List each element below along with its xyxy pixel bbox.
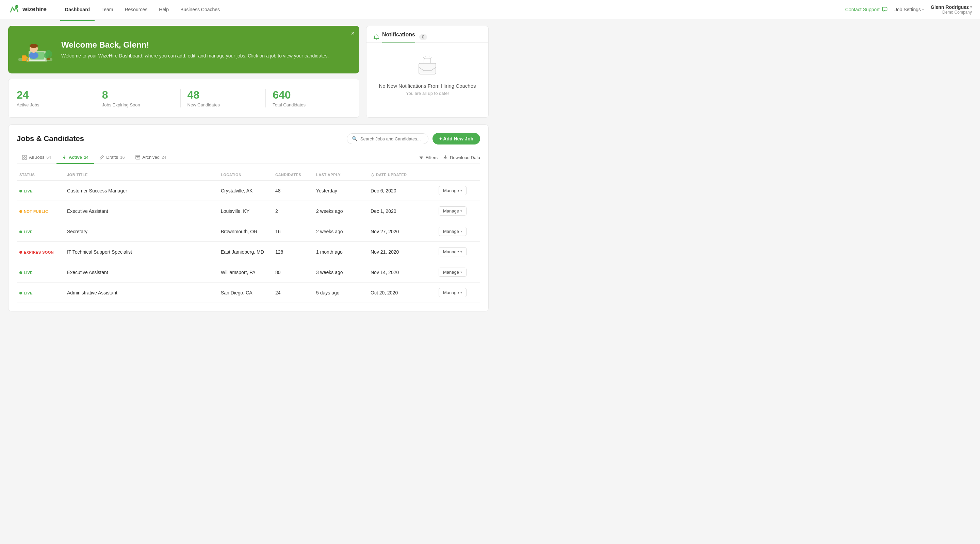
th-status: Status [17, 173, 64, 177]
cell-candidates: 2 [272, 208, 313, 214]
cell-location: Brownmouth, OR [218, 229, 272, 234]
cell-job-title: Executive Assistant [64, 270, 218, 275]
cell-manage: Manage ▾ [436, 288, 480, 297]
th-candidates: Candidates [272, 173, 313, 177]
tabs-left: All Jobs 64 Active 24 Drafts 16 Archived… [17, 151, 419, 163]
cell-candidates: 128 [272, 249, 313, 255]
download-button[interactable]: Download Data [443, 155, 480, 160]
cell-status: LIVE [17, 290, 64, 295]
status-dot [19, 230, 22, 233]
notifications-panel: Notifications 0 No New Not [366, 26, 488, 117]
cell-candidates: 48 [272, 188, 313, 193]
table-row[interactable]: LIVE Customer Success Manager Crystalvil… [17, 181, 480, 201]
top-row: × [8, 26, 488, 117]
notifications-empty-sub: You are all up to date! [406, 91, 449, 96]
svg-rect-24 [136, 155, 140, 157]
cell-last-apply: 3 weeks ago [313, 270, 368, 275]
manage-button[interactable]: Manage ▾ [439, 268, 466, 277]
nav-team[interactable]: Team [97, 4, 118, 15]
th-date-updated: Date Updated [368, 173, 436, 177]
cell-status: LIVE [17, 229, 64, 234]
filters-button[interactable]: Filters [419, 155, 438, 160]
notifications-header: Notifications 0 [366, 26, 488, 43]
add-job-button[interactable]: + Add New Job [433, 133, 480, 144]
nav-dashboard[interactable]: Dashboard [60, 4, 95, 15]
filter-icon [419, 155, 424, 160]
nav-resources[interactable]: Resources [120, 4, 152, 15]
svg-rect-0 [8, 3, 21, 16]
tabs-row: All Jobs 64 Active 24 Drafts 16 Archived… [17, 151, 480, 164]
contact-support-button[interactable]: Contact Support [845, 6, 888, 13]
svg-point-7 [29, 52, 38, 59]
lightning-icon [62, 155, 67, 160]
cell-job-title: Customer Success Manager [64, 188, 218, 193]
banner-illustration [15, 31, 56, 68]
th-actions [436, 173, 480, 177]
notifications-empty-title: No New Notifications From Hiring Coaches [379, 83, 476, 89]
svg-rect-22 [25, 158, 27, 159]
stats-card: 24 Active Jobs 8 Jobs Expiring Soon 48 N… [8, 79, 360, 117]
manage-button[interactable]: Manage ▾ [439, 227, 466, 236]
cell-location: East Jamieberg, MD [218, 249, 272, 255]
stat-total-candidates: 640 Total Candidates [266, 89, 351, 108]
stat-active-jobs: 24 Active Jobs [17, 89, 95, 108]
manage-chevron-icon: ▾ [460, 189, 462, 192]
table-row[interactable]: LIVE Secretary Brownmouth, OR 16 2 weeks… [17, 221, 480, 242]
search-icon: 🔍 [352, 136, 358, 141]
banner-close-button[interactable]: × [351, 30, 355, 37]
cell-date-updated: Nov 27, 2020 [368, 229, 436, 234]
cell-last-apply: 1 month ago [313, 249, 368, 255]
cell-last-apply: 2 weeks ago [313, 229, 368, 234]
status-dot [19, 251, 22, 254]
th-last-apply: Last Apply [313, 173, 368, 177]
manage-button[interactable]: Manage ▾ [439, 247, 466, 256]
cell-date-updated: Nov 21, 2020 [368, 249, 436, 255]
banner-body: Welcome to your WizeHire Dashboard, wher… [61, 52, 329, 60]
notifications-body: No New Notifications From Hiring Coaches… [366, 43, 488, 109]
manage-button[interactable]: Manage ▾ [439, 186, 466, 195]
status-dot [19, 190, 22, 192]
cell-date-updated: Dec 1, 2020 [368, 208, 436, 214]
cell-date-updated: Oct 20, 2020 [368, 290, 436, 295]
svg-rect-5 [27, 60, 47, 62]
tab-archived[interactable]: Archived 24 [130, 151, 172, 164]
cell-job-title: Administrative Assistant [64, 290, 218, 295]
logo[interactable]: wizehire [8, 3, 47, 16]
table-header: Status Job Title Location Candidates Las… [17, 169, 480, 181]
status-dot [19, 210, 22, 213]
download-icon [443, 155, 448, 160]
manage-chevron-icon: ▾ [460, 250, 462, 254]
cell-location: Louisville, KY [218, 208, 272, 214]
svg-line-18 [431, 57, 431, 58]
cell-job-title: Executive Assistant [64, 208, 218, 214]
cell-status: LIVE [17, 270, 64, 275]
manage-chevron-icon: ▾ [460, 209, 462, 213]
tab-active[interactable]: Active 24 [56, 151, 94, 164]
table-row[interactable]: LIVE Administrative Assistant San Diego,… [17, 282, 480, 303]
user-menu[interactable]: Glenn Rodriguez ▾ Demo Company [931, 5, 972, 14]
table-row[interactable]: NOT PUBLIC Executive Assistant Louisvill… [17, 201, 480, 221]
jobs-section: Jobs & Candidates 🔍 + Add New Job All Jo… [8, 124, 488, 311]
job-settings-button[interactable]: Job Settings ▾ [894, 7, 924, 12]
cell-last-apply: 5 days ago [313, 290, 368, 295]
empty-inbox-icon [417, 56, 438, 78]
tab-drafts[interactable]: Drafts 16 [94, 151, 130, 164]
nav-business-coaches[interactable]: Business Coaches [176, 4, 224, 15]
jobs-header-right: 🔍 + Add New Job [347, 133, 480, 144]
search-box[interactable]: 🔍 [347, 133, 428, 144]
manage-button[interactable]: Manage ▾ [439, 206, 466, 216]
pencil-icon [99, 155, 104, 160]
svg-point-13 [44, 52, 49, 59]
manage-button[interactable]: Manage ▾ [439, 288, 466, 297]
table-row[interactable]: EXPIRES SOON IT Technical Support Specia… [17, 242, 480, 262]
cell-status: LIVE [17, 188, 64, 193]
tab-all-jobs[interactable]: All Jobs 64 [17, 151, 56, 164]
main-content: × [0, 19, 497, 318]
grid-icon [22, 155, 27, 160]
stat-expiring-jobs: 8 Jobs Expiring Soon [95, 89, 181, 108]
search-input[interactable] [360, 136, 423, 141]
cell-last-apply: Yesterday [313, 188, 368, 193]
header: wizehire Dashboard Team Resources Help B… [0, 0, 980, 19]
nav-help[interactable]: Help [154, 4, 173, 15]
table-row[interactable]: LIVE Executive Assistant Williamsport, P… [17, 262, 480, 282]
